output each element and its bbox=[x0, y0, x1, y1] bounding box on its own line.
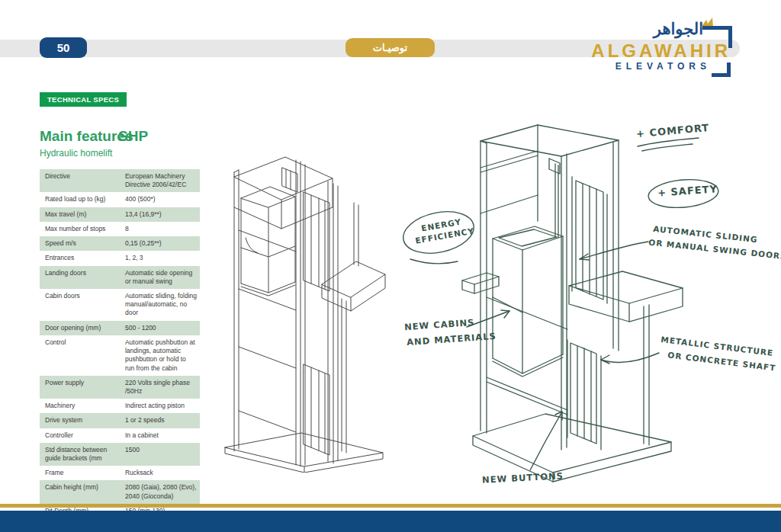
table-row: MachineryIndirect acting piston bbox=[40, 399, 200, 413]
company-logo: الجواهر ALGAWAHIR ELEVATORS bbox=[574, 18, 734, 78]
page-subtitle: Hydraulic homelift bbox=[40, 148, 112, 159]
spec-label: Power supply bbox=[40, 376, 123, 399]
table-row: Max travel (m)13,4 (16,9**) bbox=[40, 207, 200, 222]
spec-label: Max number of stops bbox=[40, 222, 123, 236]
spec-value: Rucksack bbox=[123, 466, 200, 480]
spec-value: 1 or 2 speeds bbox=[123, 413, 200, 428]
logo-bracket-bottom-icon bbox=[712, 62, 731, 77]
spec-value: Automatic side opening or manual swing bbox=[123, 266, 200, 289]
table-row: Entrances1, 2, 3 bbox=[40, 251, 200, 265]
spec-label: Frame bbox=[40, 466, 123, 480]
technical-specs-badge: TECHNICAL SPECS bbox=[40, 92, 127, 107]
spec-label: Entrances bbox=[40, 251, 123, 265]
table-row: ControlAutomatic pushbutton at landings,… bbox=[40, 335, 200, 376]
spec-value: 1, 2, 3 bbox=[123, 251, 200, 265]
spec-label: Door opening (mm) bbox=[40, 321, 123, 335]
table-row: DirectiveEuropean Machinery Directive 20… bbox=[40, 169, 200, 192]
spec-value: In a cabinet bbox=[123, 428, 200, 443]
spec-value: 13,4 (16,9**) bbox=[123, 207, 200, 222]
footer-gold-stripe bbox=[0, 504, 781, 508]
table-row: Std distance between guide brackets (mm1… bbox=[40, 443, 200, 466]
table-row: Drive system1 or 2 speeds bbox=[40, 413, 200, 428]
spec-value: 2080 (Gaia), 2080 (Evo), 2040 (Gioconda) bbox=[123, 480, 200, 503]
table-row: Rated load up to (kg)400 (500*) bbox=[40, 192, 200, 207]
spec-table: DirectiveEuropean Machinery Directive 20… bbox=[40, 169, 200, 532]
spec-value: 8 bbox=[123, 222, 200, 236]
spec-label: Controller bbox=[40, 428, 123, 443]
table-row: Cabin height (mm)2080 (Gaia), 2080 (Evo)… bbox=[40, 480, 200, 503]
spec-value: 500 - 1200 bbox=[123, 321, 200, 335]
table-row: Door opening (mm)500 - 1200 bbox=[40, 321, 200, 335]
section-tab-arabic: توصيـات bbox=[346, 38, 435, 57]
footer-blue-bar bbox=[0, 511, 781, 532]
spec-label: Cabin doors bbox=[40, 289, 123, 321]
spec-value: 400 (500*) bbox=[123, 192, 200, 207]
table-row: Cabin doorsAutomatic sliding, folding ma… bbox=[40, 289, 200, 321]
table-row: ControllerIn a cabinet bbox=[40, 428, 200, 443]
table-row: Landing doorsAutomatic side opening or m… bbox=[40, 266, 200, 289]
page-number-badge: 50 bbox=[40, 37, 87, 58]
spec-label: Control bbox=[40, 335, 123, 376]
spec-label: Drive system bbox=[40, 413, 123, 428]
spec-value: Automatic sliding, folding manual/automa… bbox=[123, 289, 200, 321]
spec-table-body: DirectiveEuropean Machinery Directive 20… bbox=[40, 169, 200, 532]
spec-value: Automatic pushbutton at landings, automa… bbox=[123, 335, 200, 376]
table-row: FrameRucksack bbox=[40, 466, 200, 480]
spec-value: Indirect acting piston bbox=[123, 399, 200, 413]
spec-label: Std distance between guide brackets (mm bbox=[40, 443, 123, 466]
table-row: Power supply220 Volts single phase /50Hz bbox=[40, 376, 200, 399]
spec-label: Machinery bbox=[40, 399, 123, 413]
logo-company-name: ALGAWAHIR bbox=[591, 40, 731, 62]
table-row: Speed m/s0,15 (0,25**) bbox=[40, 236, 200, 251]
logo-subtitle: ELEVATORS bbox=[615, 61, 711, 72]
spec-value: European Machinery Directive 2006/42/EC bbox=[123, 169, 200, 192]
elevator-sketch-drawing bbox=[456, 122, 704, 486]
elevator-cad-drawing bbox=[215, 146, 389, 473]
spec-label: Directive bbox=[40, 169, 123, 192]
spec-label: Max travel (m) bbox=[40, 207, 123, 222]
spec-label: Rated load up to (kg) bbox=[40, 192, 123, 207]
spec-value: 220 Volts single phase /50Hz bbox=[123, 376, 200, 399]
model-name: SHP bbox=[118, 128, 148, 145]
spec-value: 1500 bbox=[123, 443, 200, 466]
spec-label: Speed m/s bbox=[40, 236, 123, 251]
brochure-page: 50 توصيـات الجواهر ALGAWAHIR ELEVATORS T… bbox=[0, 0, 781, 532]
logo-arabic-text: الجواهر bbox=[654, 20, 703, 38]
table-row: Max number of stops8 bbox=[40, 222, 200, 236]
spec-label: Cabin height (mm) bbox=[40, 480, 123, 503]
spec-value: 0,15 (0,25**) bbox=[123, 236, 200, 251]
spec-label: Landing doors bbox=[40, 266, 123, 289]
